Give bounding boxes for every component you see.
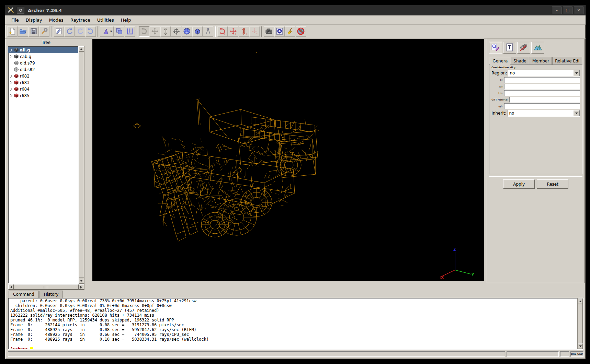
scroll-down-arrow[interactable] <box>578 343 583 349</box>
window-menu-icon[interactable] <box>17 7 24 14</box>
tree-item-label: old.s79 <box>20 61 35 66</box>
tree-item-old.s79[interactable]: old.s79 <box>8 60 78 66</box>
panel-splitter-right[interactable] <box>484 39 487 290</box>
tab-command[interactable]: Command <box>9 291 39 298</box>
view-cube-icon <box>193 27 202 36</box>
scroll-thumb[interactable] <box>79 52 84 278</box>
menu-utilities[interactable]: Utilities <box>94 16 117 24</box>
field-input-2[interactable] <box>504 90 580 96</box>
expand-arrow-icon[interactable] <box>9 94 13 97</box>
kill-raytrace-icon <box>297 27 305 36</box>
scroll-up-arrow[interactable] <box>79 46 84 52</box>
menu-raytrace[interactable]: Raytrace <box>67 16 94 24</box>
expand-arrow-icon[interactable] <box>9 48 13 52</box>
global-redo-button[interactable] <box>86 26 96 37</box>
edit-note-button[interactable] <box>54 26 64 37</box>
scroll-thumb[interactable] <box>578 304 583 343</box>
measure-button[interactable] <box>203 26 213 37</box>
new-file-button[interactable] <box>7 26 18 37</box>
open-file-button[interactable] <box>18 26 28 37</box>
chevron-down-icon[interactable]: ▼ <box>110 30 112 33</box>
scroll-left-arrow[interactable] <box>8 284 14 290</box>
brlcad-logo-icon <box>7 7 15 14</box>
tab-relative-edi[interactable]: Relative Edi <box>552 57 582 64</box>
chevron-down-icon[interactable] <box>573 110 580 116</box>
preferences-button[interactable] <box>39 26 49 37</box>
pattern-button[interactable] <box>125 26 135 37</box>
view-sphere-button[interactable] <box>182 26 192 37</box>
scroll-up-arrow[interactable] <box>578 298 583 304</box>
raytrace-button[interactable] <box>274 26 285 37</box>
menu-file[interactable]: File <box>8 16 22 24</box>
expand-arrow-icon[interactable] <box>9 87 13 91</box>
preferences-icon <box>40 27 48 36</box>
tools-button[interactable] <box>517 42 530 54</box>
edit-scale-button[interactable] <box>239 26 249 37</box>
tree-item-old.s82[interactable]: old.s82 <box>8 66 78 73</box>
inherit-combobox[interactable]: no <box>508 110 580 117</box>
reset-button[interactable]: Reset <box>537 179 568 189</box>
object-edit-view-button[interactable] <box>489 42 502 54</box>
tab-history[interactable]: History <box>39 291 63 298</box>
status-bar: BRL-CAD <box>8 351 583 357</box>
tree-vertical-scrollbar[interactable] <box>79 46 84 284</box>
region-combobox[interactable]: no <box>508 70 580 77</box>
scale-view-button[interactable] <box>160 26 171 37</box>
panel-splitter[interactable] <box>84 39 93 290</box>
mesh-view-button[interactable] <box>531 42 544 54</box>
console-vertical-scrollbar[interactable] <box>577 298 583 349</box>
minimize-button[interactable]: – <box>552 7 561 14</box>
tree-item-r684[interactable]: r684 <box>8 86 78 92</box>
tab-member[interactable]: Member <box>530 57 552 64</box>
camera-button[interactable] <box>264 26 274 37</box>
menu-help[interactable]: Help <box>117 16 135 24</box>
kill-raytrace-button[interactable] <box>296 26 306 37</box>
close-button[interactable]: ✕ <box>574 7 583 14</box>
edit-center-button[interactable] <box>249 26 260 37</box>
expand-arrow-icon[interactable] <box>9 74 13 78</box>
chevron-down-icon[interactable] <box>573 70 580 76</box>
toolbar-separator <box>215 26 216 37</box>
object-text-view-button[interactable] <box>503 42 516 54</box>
apply-button[interactable]: Apply <box>503 179 535 189</box>
toolbar-group <box>264 26 306 37</box>
maximize-button[interactable]: ▢ <box>563 7 572 14</box>
tree-horizontal-scrollbar[interactable] <box>8 284 84 290</box>
expand-arrow-icon[interactable] <box>9 55 13 58</box>
command-console[interactable]: parent: 0.6user 0.0sys 0:00real 733% 0i+… <box>8 298 583 350</box>
scroll-thumb[interactable] <box>14 284 79 290</box>
scroll-down-arrow[interactable] <box>79 278 84 283</box>
menu-display[interactable]: Display <box>22 16 46 24</box>
edit-translate-button[interactable] <box>228 26 238 37</box>
global-undo-button[interactable] <box>75 26 85 37</box>
tab-shade[interactable]: Shade <box>511 57 529 64</box>
menu-modes[interactable]: Modes <box>46 16 67 24</box>
clear-button[interactable] <box>285 26 295 37</box>
tree-item-label: all.g <box>20 48 30 52</box>
wizard-button[interactable]: ▼ <box>100 26 114 37</box>
scroll-right-arrow[interactable] <box>79 284 84 290</box>
tree-item-r685[interactable]: r685 <box>8 92 78 99</box>
tree-item-all.g[interactable]: all.g <box>8 47 78 53</box>
center-view-button[interactable] <box>171 26 181 37</box>
rotate-view-button[interactable] <box>139 26 149 37</box>
tree-item-r682[interactable]: r682 <box>8 73 78 79</box>
field-input-4[interactable] <box>504 103 580 109</box>
compare-button[interactable] <box>114 26 124 37</box>
view-cube-button[interactable] <box>192 26 203 37</box>
tree-list: all.gcab.gold.s79old.s82r682r683r684r685 <box>8 46 79 284</box>
undo-button[interactable] <box>64 26 75 37</box>
save-button[interactable] <box>29 26 39 37</box>
edit-rotate-button[interactable] <box>217 26 228 37</box>
3d-viewport[interactable]: ZYX <box>92 39 484 281</box>
field-input-3[interactable] <box>509 97 580 103</box>
toolbar-group <box>54 26 96 37</box>
field-input-1[interactable] <box>504 84 580 90</box>
expand-arrow-icon[interactable] <box>9 81 13 84</box>
tree-item-r683[interactable]: r683 <box>8 79 78 86</box>
translate-view-button[interactable] <box>150 26 160 37</box>
titlebar[interactable]: Archer 7.26.4 – ▢ ✕ <box>5 5 586 15</box>
tab-genera[interactable]: Genera <box>490 57 510 65</box>
tree-item-cab.g[interactable]: cab.g <box>8 53 78 60</box>
field-input-0[interactable] <box>504 77 580 83</box>
